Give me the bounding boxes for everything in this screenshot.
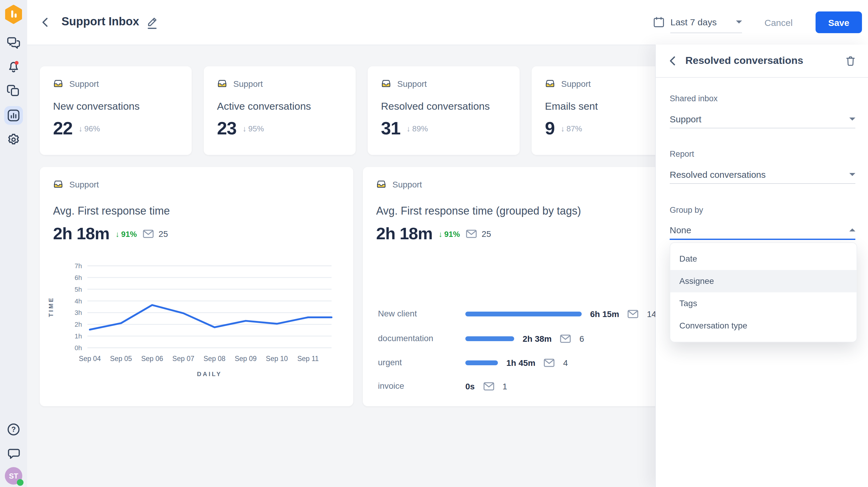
help-nav-button[interactable]: ? bbox=[6, 422, 21, 437]
shared-inbox-select[interactable]: Support bbox=[670, 110, 855, 128]
y-axis-label: TIME bbox=[48, 297, 54, 317]
trash-icon bbox=[844, 54, 858, 67]
tag-label: urgent bbox=[378, 358, 402, 367]
card-value-row: 2h 18m ↓ 91% 25 bbox=[376, 224, 491, 243]
tag-label: invoice bbox=[378, 381, 404, 391]
tag-bar-group: 2h 38m6 bbox=[465, 332, 584, 346]
y-tick-label: 4h bbox=[75, 298, 82, 305]
inbox-tray-icon bbox=[376, 179, 386, 189]
x-tick-label: Sep 11 bbox=[297, 355, 318, 363]
tags-card[interactable]: Support Avg. First response time (groupe… bbox=[363, 167, 676, 406]
card-value-row: 22 ↓ 96% bbox=[53, 118, 100, 139]
arrow-down-icon: ↓ bbox=[79, 124, 83, 133]
sidebar: ? ST bbox=[0, 0, 27, 487]
card-inbox: Support bbox=[381, 78, 427, 89]
settings-nav-button[interactable] bbox=[6, 132, 21, 147]
arrow-down-icon: ↓ bbox=[407, 124, 410, 133]
date-range-value: Last 7 days bbox=[671, 17, 717, 27]
tag-count: 4 bbox=[563, 358, 568, 368]
chevron-down-icon bbox=[736, 21, 742, 24]
page-title: Support Inbox bbox=[61, 15, 139, 28]
pencil-icon bbox=[145, 14, 160, 30]
rename-button[interactable] bbox=[145, 14, 160, 30]
card-inbox: Support bbox=[53, 78, 99, 89]
group-by-option-date[interactable]: Date bbox=[670, 248, 857, 270]
panel-back-button[interactable] bbox=[667, 54, 680, 67]
question-mark-icon: ? bbox=[6, 422, 21, 437]
cancel-button[interactable]: Cancel bbox=[761, 17, 796, 28]
tag-bar-group: 0s1 bbox=[465, 379, 507, 394]
group-by-label: Group by bbox=[670, 206, 703, 215]
chevron-down-icon bbox=[849, 117, 855, 120]
x-tick-label: Sep 06 bbox=[141, 355, 163, 363]
y-tick-label: 2h bbox=[75, 321, 82, 328]
arrow-down-icon: ↓ bbox=[438, 229, 442, 238]
card-inbox: Support bbox=[545, 78, 591, 89]
group-by-value: None bbox=[670, 224, 691, 235]
arrow-down-icon: ↓ bbox=[243, 124, 247, 133]
user-avatar[interactable]: ST bbox=[5, 467, 22, 485]
avatar-initials: ST bbox=[9, 471, 19, 480]
save-button[interactable]: Save bbox=[815, 11, 862, 33]
notifications-nav-button[interactable] bbox=[6, 59, 21, 74]
x-tick-label: Sep 09 bbox=[235, 355, 257, 363]
inbox-tray-icon bbox=[545, 78, 555, 89]
group-by-select[interactable]: None bbox=[670, 221, 855, 240]
tag-label: New client bbox=[378, 309, 417, 318]
summary-card[interactable]: Support Active conversations 23 ↓ 95% bbox=[204, 66, 355, 155]
metric-delta: ↓ 89% bbox=[407, 124, 428, 133]
card-value-row: 23 ↓ 95% bbox=[217, 118, 264, 139]
chevron-left-icon bbox=[39, 16, 53, 29]
feedback-nav-button[interactable] bbox=[6, 446, 21, 461]
tag-bar-group: 6h 15m14 bbox=[465, 307, 656, 321]
x-tick-label: Sep 10 bbox=[266, 355, 288, 363]
email-count: 25 bbox=[466, 229, 491, 239]
summary-card[interactable]: Support New conversations 22 ↓ 96% bbox=[40, 66, 192, 155]
conversations-nav-button[interactable] bbox=[6, 35, 21, 50]
group-by-option-conversation-type[interactable]: Conversation type bbox=[670, 315, 857, 337]
bar-chart-icon bbox=[6, 108, 21, 123]
panel-title: Resolved conversations bbox=[685, 55, 803, 67]
chevron-left-icon bbox=[667, 54, 680, 67]
tag-bar-group: 1h 45m4 bbox=[465, 356, 568, 370]
envelope-icon bbox=[544, 359, 555, 367]
y-tick-label: 0h bbox=[75, 344, 82, 352]
metric-value: 22 bbox=[53, 118, 73, 139]
reports-nav-button[interactable] bbox=[6, 108, 21, 123]
tag-count: 14 bbox=[647, 309, 656, 319]
app-logo[interactable] bbox=[4, 4, 24, 26]
summary-card[interactable]: Support Resolved conversations 31 ↓ 89% bbox=[368, 66, 520, 155]
response-time-card[interactable]: Support Avg. First response time 2h 18m … bbox=[40, 167, 353, 406]
metric-value: 23 bbox=[217, 118, 237, 139]
metric-value: 2h 18m bbox=[376, 224, 433, 243]
tag-count: 1 bbox=[502, 382, 507, 391]
chat-bubbles-icon bbox=[6, 35, 21, 50]
group-by-option-tags[interactable]: Tags bbox=[670, 292, 857, 315]
tag-bar bbox=[465, 312, 582, 316]
templates-nav-button[interactable] bbox=[6, 83, 21, 98]
y-tick-label: 5h bbox=[75, 286, 82, 293]
notification-dot bbox=[15, 61, 19, 65]
tag-label: documentation bbox=[378, 333, 433, 343]
card-title: Resolved conversations bbox=[381, 101, 490, 113]
y-tick-label: 3h bbox=[75, 309, 82, 316]
x-tick-label: Sep 04 bbox=[79, 355, 101, 363]
group-by-option-assignee[interactable]: Assignee bbox=[670, 270, 857, 292]
y-tick-label: 6h bbox=[75, 274, 82, 281]
envelope-icon bbox=[628, 310, 639, 318]
shared-inbox-label: Shared inbox bbox=[670, 94, 718, 103]
card-inbox: Support bbox=[217, 78, 263, 89]
svg-text:?: ? bbox=[11, 425, 16, 433]
envelope-icon bbox=[466, 230, 477, 238]
chat-bubble-icon bbox=[6, 446, 21, 461]
inbox-tray-icon bbox=[53, 78, 63, 89]
delete-report-button[interactable] bbox=[844, 54, 858, 68]
x-axis-label: DAILY bbox=[197, 371, 222, 377]
tag-time: 1h 45m bbox=[506, 358, 535, 368]
report-select[interactable]: Resolved conversations bbox=[670, 165, 855, 184]
date-range-select[interactable]: Last 7 days bbox=[671, 12, 742, 33]
back-button[interactable] bbox=[39, 16, 53, 29]
tag-row: New client6h 15m14 bbox=[363, 307, 676, 321]
x-tick-label: Sep 08 bbox=[204, 355, 225, 363]
group-by-dropdown-menu: DateAssigneeTagsConversation type bbox=[670, 242, 857, 342]
